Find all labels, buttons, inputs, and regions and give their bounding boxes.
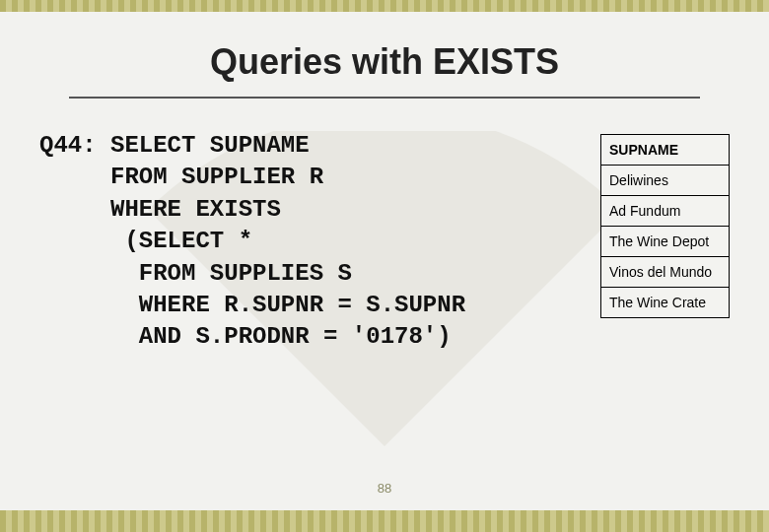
code-line: WHERE EXISTS	[39, 196, 281, 223]
top-decoration-bar	[0, 0, 769, 12]
bottom-decoration-bar	[0, 510, 769, 532]
content-row: Q44: SELECT SUPNAME FROM SUPPLIER R WHER…	[30, 130, 739, 354]
code-line: Q44: SELECT SUPNAME	[39, 132, 310, 159]
table-cell: The Wine Depot	[601, 227, 730, 257]
code-line: WHERE R.SUPNR = S.SUPNR	[39, 292, 465, 318]
slide-title: Queries with EXISTS	[69, 41, 700, 99]
page-number: 88	[0, 481, 769, 496]
code-line: (SELECT *	[39, 228, 252, 254]
sql-code-block: Q44: SELECT SUPNAME FROM SUPPLIER R WHER…	[39, 130, 583, 354]
slide-content: Queries with EXISTS Q44: SELECT SUPNAME …	[0, 12, 769, 354]
table-row: The Wine Crate	[601, 288, 730, 318]
table-cell: Deliwines	[601, 166, 730, 196]
code-line: FROM SUPPLIER R	[39, 164, 323, 190]
table-row: Deliwines	[601, 166, 730, 196]
table-cell: The Wine Crate	[601, 288, 730, 318]
result-table: SUPNAME Deliwines Ad Fundum The Wine Dep…	[600, 134, 730, 318]
code-line: AND S.PRODNR = '0178')	[39, 323, 452, 350]
table-header-cell: SUPNAME	[601, 135, 730, 166]
table-row: Vinos del Mundo	[601, 257, 730, 288]
table-cell: Ad Fundum	[601, 196, 730, 227]
table-cell: Vinos del Mundo	[601, 257, 730, 288]
code-line: FROM SUPPLIES S	[39, 260, 352, 287]
table-row: Ad Fundum	[601, 196, 730, 227]
table-row: The Wine Depot	[601, 227, 730, 257]
table-header-row: SUPNAME	[601, 135, 730, 166]
